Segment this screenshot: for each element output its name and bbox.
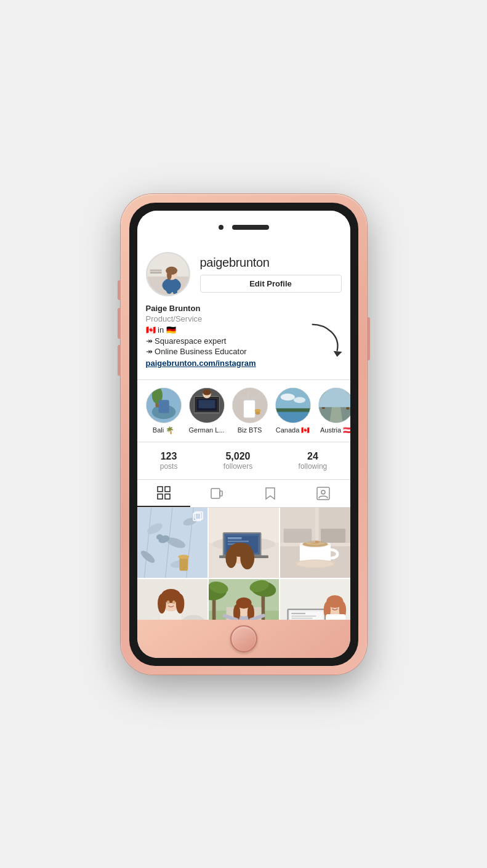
bookmark-icon <box>264 487 277 500</box>
grid-photo-2[interactable] <box>209 508 279 578</box>
grid-img-3 <box>280 508 350 578</box>
svg-point-86 <box>240 546 254 569</box>
highlight-circle-austria <box>318 387 350 423</box>
speaker-grill <box>232 225 269 230</box>
svg-rect-26 <box>243 400 255 418</box>
stat-followers[interactable]: 5,020 followers <box>223 451 252 471</box>
posts-label: posts <box>160 462 178 471</box>
tab-saved[interactable] <box>244 480 297 507</box>
profile-info: paigebrunton Edit Profile <box>200 256 342 293</box>
svg-rect-34 <box>276 408 310 412</box>
grid-img-2 <box>209 508 279 578</box>
highlight-img-canada <box>276 388 310 423</box>
highlights-row[interactable]: Bali 🌴 <box>137 380 350 442</box>
svg-point-23 <box>203 389 211 395</box>
grid-icon <box>157 486 171 500</box>
instagram-feed[interactable]: paigebrunton Edit Profile Paige Brunton … <box>137 245 350 620</box>
edit-profile-button[interactable]: Edit Profile <box>200 275 342 293</box>
following-label: following <box>299 462 328 471</box>
phone-screen-frame: paigebrunton Edit Profile Paige Brunton … <box>129 203 358 666</box>
svg-rect-81 <box>227 540 248 541</box>
tab-grid[interactable] <box>137 480 191 507</box>
highlight-label-german: German L... <box>189 426 225 434</box>
stat-following[interactable]: 24 following <box>299 451 328 471</box>
svg-point-111 <box>172 600 175 604</box>
highlight-austria[interactable]: Austria 🇦🇹 <box>318 387 350 434</box>
volume-down-button <box>118 345 121 376</box>
svg-point-109 <box>175 593 184 613</box>
svg-point-9 <box>172 288 177 294</box>
svg-rect-141 <box>291 617 312 619</box>
full-name: Paige Brunton <box>146 304 342 313</box>
phone-device: paigebrunton Edit Profile Paige Brunton … <box>121 194 367 675</box>
grid-img-6 <box>280 579 350 620</box>
status-bar <box>137 211 350 245</box>
profile-top-row: paigebrunton Edit Profile <box>146 252 342 296</box>
tab-bar <box>137 480 350 508</box>
stat-posts[interactable]: 123 posts <box>160 451 178 471</box>
following-count: 24 <box>307 451 318 462</box>
tab-tagged[interactable] <box>297 480 350 507</box>
svg-point-31 <box>280 393 294 400</box>
screen: paigebrunton Edit Profile Paige Brunton … <box>137 211 350 658</box>
camera-dot <box>219 225 223 230</box>
svg-rect-53 <box>158 494 163 499</box>
mute-button <box>118 280 121 300</box>
grid-photo-3[interactable] <box>280 508 350 578</box>
svg-rect-15 <box>158 400 169 413</box>
posts-count: 123 <box>161 451 177 462</box>
volume-up-button <box>118 308 121 339</box>
highlight-biz[interactable]: Biz BTS <box>232 387 268 434</box>
highlight-bali[interactable]: Bali 🌴 <box>146 387 182 434</box>
svg-rect-56 <box>220 491 222 496</box>
svg-rect-52 <box>165 487 170 492</box>
svg-point-108 <box>158 593 166 613</box>
avatar-container <box>146 252 190 296</box>
svg-rect-3 <box>150 272 161 274</box>
bio-section: Paige Brunton Product/Service 🇨🇦 in 🇩🇪 ↠… <box>146 304 342 368</box>
svg-point-69 <box>156 534 163 540</box>
svg-rect-140 <box>291 615 316 617</box>
svg-rect-42 <box>319 388 350 407</box>
multi-post-icon <box>193 511 204 522</box>
highlight-circle-german <box>189 387 225 423</box>
avatar <box>146 252 190 296</box>
home-button-area <box>137 620 350 658</box>
svg-point-7 <box>167 270 172 280</box>
highlight-circle-bali <box>146 387 182 423</box>
website-link[interactable]: paigebrunton.com/instagram <box>146 359 256 368</box>
svg-rect-100 <box>283 529 312 543</box>
curved-arrow-decoration <box>305 320 348 357</box>
highlight-canada[interactable]: Canada 🇨🇦 <box>275 387 311 434</box>
grid-photo-6[interactable] <box>280 579 350 620</box>
followers-label: followers <box>223 462 252 471</box>
person-tagged-icon <box>316 487 330 500</box>
svg-point-110 <box>166 600 169 604</box>
highlight-label-canada: Canada 🇨🇦 <box>276 426 310 434</box>
highlight-german[interactable]: German L... <box>189 387 225 434</box>
home-button[interactable] <box>230 625 257 652</box>
tab-igtv[interactable] <box>190 480 244 507</box>
svg-point-97 <box>297 560 333 567</box>
avatar-image <box>147 253 189 295</box>
photo-grid <box>137 508 350 620</box>
highlight-label-bali: Bali 🌴 <box>153 426 174 434</box>
username: paigebrunton <box>200 256 342 270</box>
svg-rect-33 <box>276 410 310 422</box>
highlight-img-german <box>190 388 224 423</box>
svg-rect-152 <box>326 614 345 620</box>
highlight-img-bali <box>147 388 181 423</box>
profile-header: paigebrunton Edit Profile Paige Brunton … <box>137 245 350 380</box>
grid-img-4 <box>137 579 207 620</box>
grid-photo-1[interactable] <box>137 508 207 578</box>
svg-rect-101 <box>321 529 345 543</box>
highlight-img-austria <box>319 388 350 423</box>
stats-row: 123 posts 5,020 followers 24 following <box>137 442 350 480</box>
multi-icon-svg <box>193 511 204 522</box>
svg-rect-2 <box>150 269 161 271</box>
grid-img-5 <box>209 579 279 620</box>
grid-photo-4[interactable] <box>137 579 207 620</box>
svg-point-32 <box>294 397 305 403</box>
grid-photo-5[interactable] <box>209 579 279 620</box>
igtv-icon <box>210 487 223 500</box>
